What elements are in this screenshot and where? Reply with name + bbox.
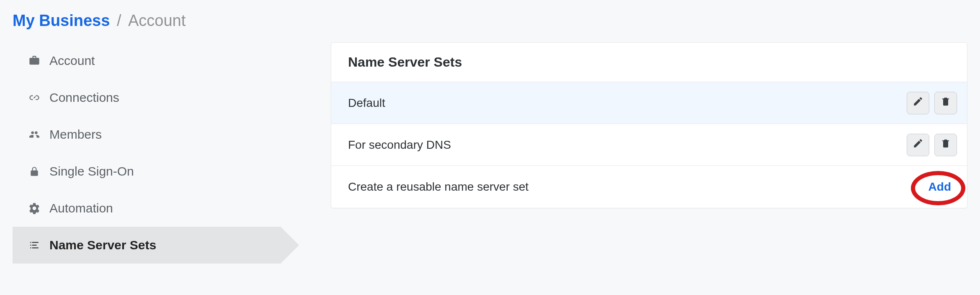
sidebar-item-label: Members	[49, 127, 102, 142]
sidebar-item-members[interactable]: Members	[13, 116, 281, 153]
breadcrumb-root[interactable]: My Business	[13, 12, 110, 29]
edit-button[interactable]	[907, 134, 929, 156]
delete-button[interactable]	[934, 92, 957, 114]
add-button[interactable]: Add	[928, 180, 957, 194]
delete-button[interactable]	[934, 134, 957, 156]
breadcrumb-separator: /	[117, 12, 121, 29]
row-label: Default	[348, 96, 385, 110]
sidebar-item-automation[interactable]: Automation	[13, 190, 281, 227]
sidebar-item-account[interactable]: Account	[13, 42, 281, 79]
trash-icon	[941, 138, 951, 152]
name-server-set-row: For secondary DNS	[331, 124, 967, 166]
users-icon	[25, 129, 44, 140]
list-icon	[25, 240, 44, 251]
footer-text: Create a reusable name server set	[348, 180, 529, 194]
sidebar-item-name-server-sets[interactable]: Name Server Sets	[13, 227, 281, 264]
card-footer: Create a reusable name server set Add	[331, 166, 967, 208]
sidebar-item-connections[interactable]: Connections	[13, 79, 281, 116]
gear-icon	[25, 202, 44, 215]
row-label: For secondary DNS	[348, 138, 451, 152]
sidebar-item-label: Automation	[49, 201, 113, 215]
link-icon	[25, 92, 44, 104]
sidebar-item-label: Account	[49, 54, 95, 68]
sidebar-item-label: Name Server Sets	[49, 238, 156, 252]
trash-icon	[941, 96, 951, 110]
briefcase-icon	[25, 55, 44, 67]
sidebar: Account Connections Members Single Sign-…	[13, 42, 281, 264]
pencil-icon	[913, 96, 923, 110]
breadcrumb-leaf: Account	[128, 12, 186, 29]
sidebar-item-sso[interactable]: Single Sign-On	[13, 153, 281, 190]
sidebar-item-label: Connections	[49, 91, 119, 105]
breadcrumb: My Business / Account	[13, 12, 967, 30]
card-title: Name Server Sets	[348, 54, 950, 70]
edit-button[interactable]	[907, 92, 929, 114]
sidebar-item-label: Single Sign-On	[49, 164, 134, 179]
card-header: Name Server Sets	[331, 43, 967, 82]
name-server-sets-card: Name Server Sets Default	[331, 42, 967, 208]
lock-icon	[25, 165, 44, 178]
name-server-set-row: Default	[331, 82, 967, 124]
pencil-icon	[913, 138, 923, 152]
